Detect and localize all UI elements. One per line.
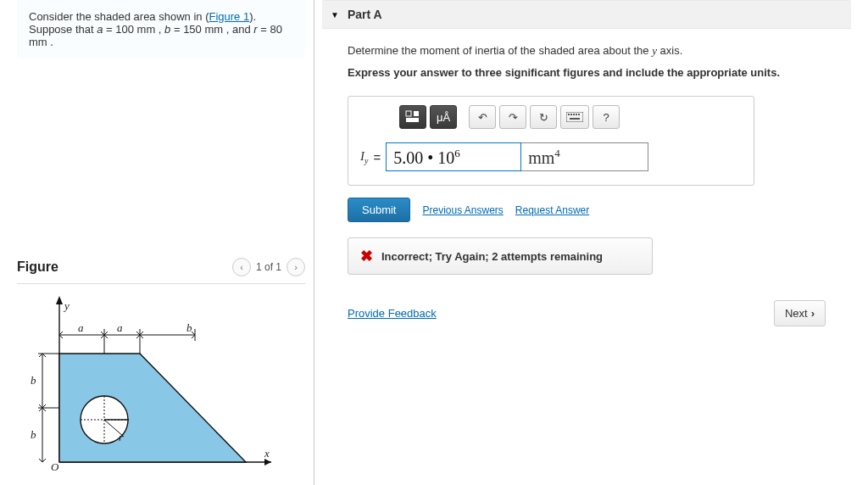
instruction-1: Determine the moment of inertia of the s…	[348, 44, 826, 58]
figure-counter: 1 of 1	[256, 261, 281, 273]
part-label: Part A	[348, 8, 382, 21]
answer-symbol: Iy	[360, 149, 368, 165]
svg-rect-20	[568, 114, 570, 115]
request-answer-link[interactable]: Request Answer	[515, 204, 589, 216]
part-header[interactable]: ▼ Part A	[322, 0, 851, 29]
answer-toolbar: μÅ ↶ ↷ ↻ ?	[348, 97, 754, 136]
submit-button[interactable]: Submit	[348, 198, 410, 222]
svg-rect-16	[406, 111, 411, 116]
svg-marker-3	[56, 296, 63, 304]
origin-label: O	[51, 460, 59, 471]
dim-b-top: b	[186, 321, 192, 334]
svg-rect-22	[573, 114, 575, 115]
figure-title: Figure	[17, 259, 58, 275]
svg-rect-19	[566, 112, 583, 122]
axis-x-label: x	[264, 447, 270, 460]
figure-link[interactable]: Figure 1	[209, 10, 249, 23]
collapse-icon: ▼	[331, 10, 339, 20]
svg-marker-1	[264, 459, 271, 465]
vertical-divider	[314, 0, 314, 485]
figure-pager: ‹ 1 of 1 ›	[232, 258, 305, 276]
answer-box: μÅ ↶ ↷ ↻ ? Iy = 5.00 • 106 mm4	[348, 96, 754, 186]
next-button[interactable]: Next ›	[774, 300, 826, 326]
feedback-text: Incorrect; Try Again; 2 attempts remaini…	[381, 250, 603, 263]
dim-a-2: a	[117, 321, 123, 334]
svg-rect-23	[576, 114, 577, 115]
redo-button[interactable]: ↷	[499, 105, 526, 129]
next-label: Next	[785, 307, 808, 320]
figure-prev-button[interactable]: ‹	[232, 258, 251, 276]
svg-rect-18	[406, 118, 419, 122]
val-b: = 150 mm , and	[170, 23, 253, 36]
units-button[interactable]: μÅ	[430, 105, 457, 129]
svg-rect-25	[570, 118, 580, 120]
prompt-text-pre: Consider the shaded area shown in (	[29, 10, 209, 23]
dim-b-2: b	[31, 428, 36, 441]
value-input[interactable]: 5.00 • 106	[386, 142, 521, 171]
equals-sign: =	[373, 150, 381, 164]
help-button[interactable]: ?	[593, 105, 620, 129]
keyboard-button[interactable]	[560, 105, 589, 129]
figure-next-button[interactable]: ›	[287, 258, 305, 276]
provide-feedback-link[interactable]: Provide Feedback	[348, 307, 437, 320]
chevron-right-icon: ›	[811, 307, 815, 320]
reset-button[interactable]: ↻	[530, 105, 557, 129]
dim-a-1: a	[78, 321, 84, 334]
axis-y-label: y	[63, 299, 70, 312]
dim-b-1: b	[31, 374, 36, 387]
previous-answers-link[interactable]: Previous Answers	[422, 204, 503, 216]
svg-rect-21	[570, 114, 572, 115]
svg-rect-24	[578, 114, 580, 115]
units-input[interactable]: mm4	[521, 142, 648, 171]
instruction-2: Express your answer to three significant…	[348, 66, 826, 79]
svg-rect-17	[414, 111, 419, 116]
problem-statement: Consider the shaded area shown in (Figur…	[17, 0, 305, 59]
feedback-box: ✖ Incorrect; Try Again; 2 attempts remai…	[348, 237, 653, 275]
templates-button[interactable]	[399, 105, 426, 129]
figure-image: y x O a a b b b r	[17, 293, 271, 471]
undo-button[interactable]: ↶	[469, 105, 496, 129]
val-a: = 100 mm ,	[103, 23, 164, 36]
incorrect-icon: ✖	[360, 247, 373, 265]
